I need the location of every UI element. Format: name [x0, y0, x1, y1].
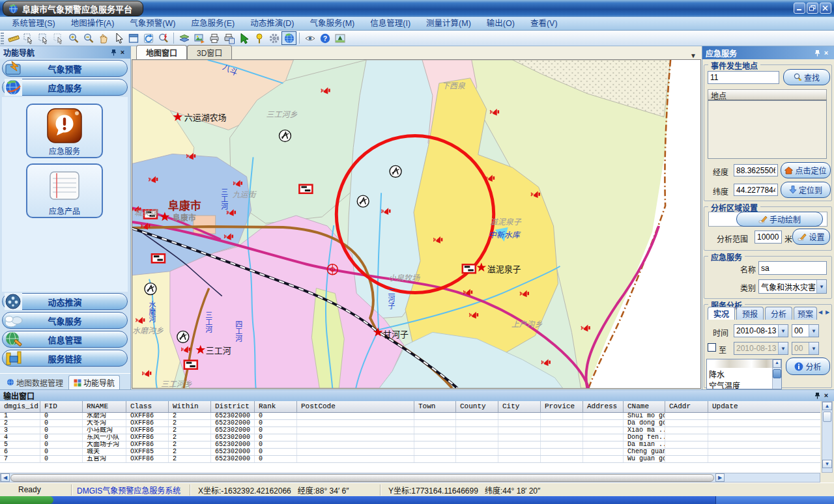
tab-map-window[interactable]: 地图窗口	[136, 45, 187, 59]
menu-system[interactable]: 系统管理(S)	[4, 17, 63, 30]
minimize-button[interactable]	[794, 3, 805, 14]
measure-ruler-icon[interactable]	[6, 31, 21, 45]
menu-map-ops[interactable]: 地图操作(A)	[63, 17, 122, 30]
placemark-pin-icon[interactable]	[252, 31, 266, 45]
table-row[interactable]: 60城关OXFF8526523020000Cheng guan	[0, 449, 820, 456]
menu-emergency-service[interactable]: 应急服务(E)	[183, 17, 242, 30]
column-header[interactable]: District	[211, 401, 255, 412]
list-item-precipitation[interactable]: 降水	[707, 368, 781, 380]
locate-by-click-button[interactable]: 点击定位	[781, 162, 831, 178]
close-icon[interactable]: ×	[118, 48, 127, 57]
column-header[interactable]: Provice	[541, 401, 583, 412]
column-header[interactable]: City	[498, 401, 541, 412]
column-header[interactable]: FID	[40, 401, 83, 412]
pan-hand-icon[interactable]	[96, 31, 111, 45]
analyze-button[interactable]: 分析	[786, 357, 830, 375]
mine-icon[interactable]	[145, 283, 156, 295]
map-canvas[interactable]: 八斗 六运湖农场 三工河乡 下西泉 九运街 阜康市 城关镇 阜康市 滋泥泉子 中…	[132, 59, 701, 389]
restore-button[interactable]	[807, 3, 818, 14]
column-header[interactable]: Rank	[255, 401, 297, 412]
tab-live[interactable]: 实况	[708, 307, 735, 320]
print-icon[interactable]	[207, 31, 222, 45]
table-row[interactable]: 50大面场子沟OXFF8626523020000Da mian ...	[0, 441, 820, 449]
menu-dynamic-deduction[interactable]: 动态推演(D)	[242, 17, 302, 30]
mine-icon[interactable]	[357, 195, 369, 207]
column-header[interactable]: RNAME	[83, 401, 126, 412]
dropdown-arrow-icon[interactable]: ▼	[809, 325, 818, 337]
latitude-input[interactable]	[734, 184, 778, 196]
tab-function-navigation[interactable]: 功能导航	[68, 375, 120, 389]
globe-3d-icon[interactable]	[281, 31, 296, 45]
station-flag-icon[interactable]	[152, 254, 165, 262]
layers-icon[interactable]	[177, 31, 192, 45]
nav-weather-service[interactable]: 气象服务	[2, 312, 128, 329]
full-extent-icon[interactable]	[126, 31, 141, 45]
service-name-input[interactable]	[758, 261, 827, 275]
station-flag-icon[interactable]	[184, 361, 197, 369]
tab-3d-window[interactable]: 3D窗口	[187, 45, 232, 59]
service-type-select[interactable]: 气象和洪水灾害 ▼	[758, 279, 827, 294]
zoom-in-icon[interactable]	[66, 31, 81, 45]
toolbar-grip[interactable]	[1, 33, 4, 44]
identify-icon[interactable]	[156, 31, 171, 45]
menu-weather-warning[interactable]: 气象预警(W)	[122, 17, 183, 30]
help-icon[interactable]: ?	[317, 31, 332, 45]
close-icon[interactable]: ×	[822, 49, 831, 57]
date-select-1[interactable]: 2010-08-13▼	[734, 324, 788, 337]
dropdown-arrow-icon[interactable]: ▼	[778, 325, 788, 337]
menu-output[interactable]: 输出(O)	[479, 17, 523, 30]
tab-scroll-right-icon[interactable]: ▶	[826, 309, 829, 315]
dropdown-arrow-icon[interactable]: ▼	[816, 280, 826, 293]
marquee-select-cursor-icon[interactable]	[36, 31, 51, 45]
scene-image-icon[interactable]	[332, 31, 347, 45]
emergency-service-shortcut[interactable]: 应急服务	[26, 104, 103, 158]
column-header[interactable]: dmgis_id	[0, 401, 40, 412]
visibility-eye-icon[interactable]	[302, 31, 317, 45]
scroll-up-icon[interactable]: ▲	[822, 402, 832, 410]
column-header[interactable]: CName	[624, 401, 665, 412]
tab-forecast[interactable]: 预报	[736, 307, 764, 320]
scroll-up-icon[interactable]: ▲	[773, 359, 781, 368]
nav-emergency-service[interactable]: 应急服务	[2, 79, 128, 96]
date-select-2[interactable]: 2010-08-13▼	[734, 342, 788, 355]
nav-dynamic-deduction[interactable]: 动态推演	[2, 293, 128, 310]
pointer-arrow-icon[interactable]	[111, 31, 126, 45]
print-preview-icon[interactable]	[222, 31, 237, 45]
column-header[interactable]: County	[456, 401, 498, 412]
longitude-input[interactable]	[734, 164, 778, 176]
location-keyword-input[interactable]	[708, 71, 779, 84]
nav-service-links[interactable]: 服务链接	[2, 350, 128, 367]
scroll-right-icon[interactable]: ▶	[715, 473, 725, 482]
close-icon[interactable]: ×	[822, 391, 831, 400]
close-button[interactable]	[820, 3, 831, 14]
search-button[interactable]: 查找	[783, 69, 830, 85]
listbox-scrollbar[interactable]: ▲	[772, 359, 781, 389]
locate-to-button[interactable]: 定位到	[781, 182, 831, 198]
pin-icon[interactable]	[812, 49, 822, 57]
menu-view[interactable]: 查看(V)	[523, 17, 566, 30]
column-header[interactable]: Address	[583, 401, 624, 412]
zoom-out-icon[interactable]	[81, 31, 96, 45]
menu-info-management[interactable]: 信息管理(I)	[362, 17, 418, 30]
menu-measure-calc[interactable]: 测量计算(M)	[418, 17, 479, 30]
map-tab-dropdown-icon[interactable]: ▼	[685, 52, 702, 59]
menu-weather-service[interactable]: 气象服务(M)	[302, 17, 363, 30]
table-row[interactable]: 40东风一小队OXFF8626523020000Dong fen...	[0, 434, 820, 441]
table-row[interactable]: 30小马厩沟OXFF8626523020000Xiao ma ...	[0, 427, 820, 434]
hour-select-1[interactable]: 00▼	[792, 324, 819, 337]
to-date-checkbox[interactable]	[708, 343, 716, 352]
place-list[interactable]	[708, 100, 827, 159]
column-header[interactable]: PostCode	[297, 401, 414, 412]
element-listbox[interactable]: 降水 空气温度 ▲	[706, 359, 782, 389]
scroll-down-icon[interactable]: ▼	[822, 460, 832, 468]
table-row[interactable]: 20大冬沟OXFF8626523020000Da dong gou	[0, 420, 820, 427]
station-flag-icon[interactable]	[299, 185, 312, 193]
select-cursor-icon[interactable]	[21, 31, 36, 45]
scroll-left-icon[interactable]: ◀	[1, 473, 10, 482]
dropdown-arrow-icon[interactable]: ▼	[778, 343, 788, 354]
pin-icon[interactable]	[812, 391, 822, 400]
mine-icon[interactable]	[177, 331, 189, 343]
dropdown-arrow-icon[interactable]: ▼	[809, 343, 818, 354]
scrollbar-thumb[interactable]	[773, 369, 781, 378]
pin-icon[interactable]	[109, 48, 118, 57]
